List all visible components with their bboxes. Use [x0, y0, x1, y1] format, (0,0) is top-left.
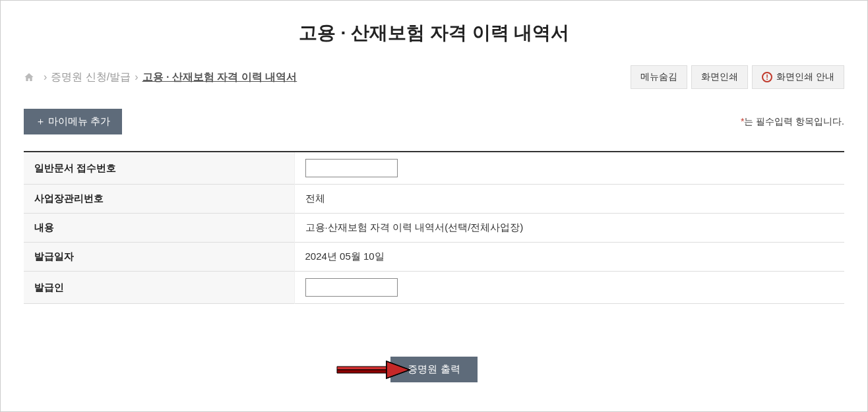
form-table: 일반문서 접수번호 사업장관리번호 전체 내용 고용·산재보험 자격 이력 내역…: [24, 151, 844, 304]
page-title: 고용 · 산재보험 자격 이력 내역서: [24, 20, 844, 45]
table-row: 발급인: [24, 272, 844, 304]
table-row: 일반문서 접수번호: [24, 152, 844, 185]
issuer-input[interactable]: [305, 278, 398, 297]
table-row: 발급일자 2024년 05월 10일: [24, 243, 844, 272]
breadcrumb-item[interactable]: 증명원 신청/발급: [51, 71, 131, 84]
doc-number-label: 일반문서 접수번호: [24, 152, 294, 185]
workplace-value: 전체: [294, 185, 844, 214]
print-certificate-button[interactable]: 증명원 출력: [390, 357, 477, 382]
breadcrumb-separator: ›: [135, 71, 138, 83]
print-screen-button[interactable]: 화면인쇄: [691, 65, 748, 89]
content-value: 고용·산재보험 자격 이력 내역서(선택/전체사업장): [294, 214, 844, 243]
issue-date-value: 2024년 05월 10일: [294, 243, 844, 272]
breadcrumb-current: 고용 · 산재보험 자격 이력 내역서: [142, 71, 297, 84]
alert-icon: !: [762, 72, 772, 82]
workplace-label: 사업장관리번호: [24, 185, 294, 214]
required-note: *는 필수입력 항목입니다.: [741, 116, 844, 128]
issue-date-label: 발급일자: [24, 243, 294, 272]
breadcrumb: › 증명원 신청/발급 › 고용 · 산재보험 자격 이력 내역서: [24, 71, 297, 84]
breadcrumb-separator: ›: [44, 71, 47, 83]
doc-number-input[interactable]: [305, 159, 398, 177]
print-guide-label: 화면인쇄 안내: [776, 71, 834, 83]
hide-menu-button[interactable]: 메뉴숨김: [631, 65, 687, 89]
table-row: 내용 고용·산재보험 자격 이력 내역서(선택/전체사업장): [24, 214, 844, 243]
home-icon[interactable]: [24, 72, 34, 82]
issuer-label: 발급인: [24, 272, 294, 304]
table-row: 사업장관리번호 전체: [24, 185, 844, 214]
required-text: 는 필수입력 항목입니다.: [744, 116, 844, 127]
add-my-menu-button[interactable]: ＋ 마이메뉴 추가: [24, 109, 122, 134]
content-label: 내용: [24, 214, 294, 243]
print-guide-button[interactable]: ! 화면인쇄 안내: [752, 65, 844, 89]
